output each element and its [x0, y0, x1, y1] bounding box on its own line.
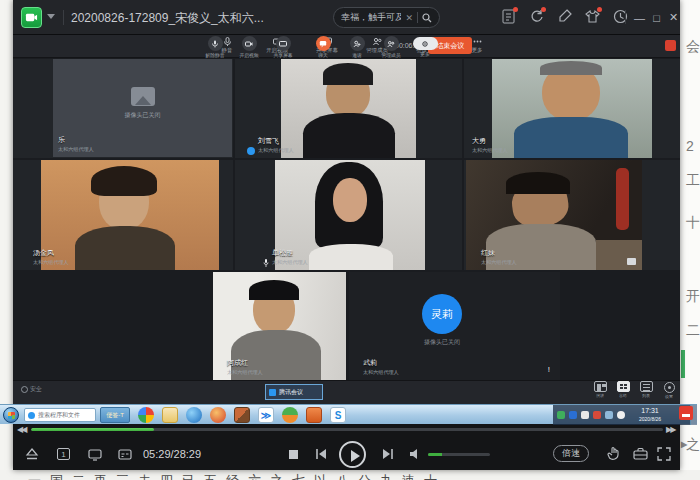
chevron-down-icon[interactable]	[47, 14, 55, 19]
chat-button[interactable]: 聊天	[307, 36, 339, 60]
security-badge[interactable]: 安全	[21, 385, 42, 394]
history-clock-icon[interactable]	[612, 8, 629, 25]
start-button[interactable]	[3, 407, 19, 423]
tray-icon[interactable]	[593, 411, 601, 419]
shelf	[596, 240, 642, 270]
gallery-view-button[interactable]: 宫格	[616, 381, 630, 399]
start-video-button[interactable]: 开启视频	[233, 36, 265, 60]
play-button[interactable]	[339, 441, 366, 468]
volume-fill	[428, 453, 442, 456]
participant-tile[interactable]: 单松雁太和六组代理人	[235, 160, 462, 270]
bg-char: 二	[686, 322, 700, 340]
skin-tshirt-icon[interactable]	[584, 8, 601, 25]
invite-button[interactable]: 邀请	[341, 36, 373, 60]
paint-icon[interactable]	[556, 8, 573, 25]
close-button[interactable]: ✕	[665, 0, 682, 35]
search-box[interactable]: 幸福，触手可及！ ✕	[333, 7, 440, 28]
titlebar-tools	[500, 8, 629, 25]
more-bottom-button[interactable]: 更多	[409, 36, 441, 59]
window-mode-button[interactable]: 1	[57, 448, 70, 460]
bg-char: 会	[686, 38, 700, 56]
bg-char: 之	[686, 436, 700, 454]
participant-tile[interactable]: 汤金凤太和六组代理人	[13, 160, 233, 270]
participant-tile[interactable]: 刘雪飞太和六组代理人	[235, 59, 462, 158]
time-display: 05:29/28:29	[143, 448, 201, 460]
shoulders	[309, 244, 393, 270]
next-button[interactable]	[381, 448, 394, 460]
participant-tile[interactable]: 红妹太和六组代理人	[464, 160, 680, 270]
taskbar-thumbnail-tooltip: 腾讯会议	[265, 384, 323, 400]
minimize-button[interactable]: —	[631, 0, 648, 35]
active-task-button[interactable]: 便签-T	[100, 407, 130, 423]
toolbox-icon[interactable]	[633, 447, 648, 461]
taskbar-app-browser-icon[interactable]	[186, 407, 202, 423]
divider	[417, 12, 418, 23]
taskbar-app-thunder-icon[interactable]: ≫	[258, 407, 274, 423]
taskbar-search-box[interactable]: 搜索程序和文件	[24, 408, 96, 422]
bg-play-glyph: ▶	[681, 440, 687, 449]
participant-video	[492, 59, 652, 158]
playback-speed-button[interactable]: 倍速	[553, 445, 589, 462]
maximize-button[interactable]: □	[648, 0, 665, 35]
notification-badge-icon[interactable]	[679, 406, 693, 420]
camera-off-icon	[627, 258, 636, 265]
taskbar-app-circle-icon[interactable]	[282, 407, 298, 423]
search-input[interactable]: 幸福，触手可及！	[341, 11, 401, 24]
fullscreen-icon[interactable]	[657, 447, 671, 461]
tv-cast-button[interactable]	[88, 448, 102, 461]
tray-icon[interactable]	[581, 411, 589, 419]
progress-bar[interactable]	[31, 428, 663, 431]
video-canvas[interactable]: 静音 开启视频 共享屏幕 管理成员	[13, 35, 680, 404]
speaker-view-button[interactable]: 演讲	[593, 381, 607, 399]
share-icon[interactable]	[528, 8, 545, 25]
tray-icon[interactable]	[617, 411, 625, 419]
taskbar-app-firefox-icon[interactable]	[210, 407, 226, 423]
notification-dot	[541, 7, 546, 12]
background-document-bottom-edge: ．一国二再三去四已五经六之七以八分九速十	[0, 470, 700, 480]
tray-icon[interactable]	[557, 411, 565, 419]
tray-icon[interactable]	[569, 411, 577, 419]
participant-tile[interactable]: 阿成红太和六组代理人	[213, 272, 346, 380]
layout-controls: 演讲 宫格 列表 设置	[593, 381, 676, 399]
settings-gear-icon[interactable]: 设置	[662, 381, 676, 399]
volume-slider[interactable]	[428, 453, 490, 456]
seek-forward-icon[interactable]: ▶▶	[666, 425, 674, 434]
app-logo-icon[interactable]	[21, 7, 42, 28]
eject-button[interactable]	[25, 448, 39, 461]
bg-char: 十	[686, 214, 700, 232]
stop-button[interactable]	[289, 450, 298, 459]
share-screen-bottom-button[interactable]: 共享屏幕	[267, 36, 299, 60]
list-view-button[interactable]: 列表	[639, 381, 653, 399]
search-icon[interactable]	[422, 13, 432, 23]
subtitle-button[interactable]	[118, 448, 132, 461]
previous-button[interactable]	[315, 448, 328, 460]
tencent-meeting-icon	[269, 389, 276, 396]
taskbar-app-chrome-icon[interactable]	[138, 407, 154, 423]
red-envelope-icon[interactable]	[665, 40, 676, 51]
notification-dot	[597, 7, 602, 12]
taskbar-app-folder-icon[interactable]	[162, 407, 178, 423]
gesture-hand-icon[interactable]	[607, 446, 621, 461]
volume-icon[interactable]	[409, 448, 422, 460]
taskbar-clock[interactable]: 17:31 2020/8/26	[630, 407, 670, 423]
taskbar-app-photos-icon[interactable]	[234, 407, 250, 423]
manage-members-button[interactable]: 管理成员	[375, 36, 407, 60]
image-placeholder-icon	[131, 87, 155, 106]
hair	[323, 63, 373, 85]
taskbar-app-s-icon[interactable]: S	[330, 407, 346, 423]
tray-icon[interactable]	[605, 411, 613, 419]
bg-char: 2	[686, 138, 694, 154]
clear-search-icon[interactable]: ✕	[405, 13, 413, 23]
system-tray	[553, 405, 697, 425]
bg-scrollbar-sliver	[681, 350, 685, 378]
participant-tile[interactable]: 摄像头已关闭 乐太和六组代理人	[13, 59, 233, 158]
participant-tile[interactable]: 大勇太和六组代理人	[464, 59, 680, 158]
mic-indicator-icon	[263, 259, 269, 267]
participant-tile[interactable]: 灵莉 摄像头已关闭 武莉太和六组代理人 !	[349, 272, 560, 380]
seek-back-icon[interactable]: ◀◀	[17, 425, 25, 434]
taskbar-app-ppt-icon[interactable]	[306, 407, 322, 423]
audio-indicator-icon	[247, 147, 255, 155]
news-icon[interactable]	[500, 8, 517, 25]
unmute-button[interactable]: 解除静音	[199, 36, 231, 60]
face-front	[333, 178, 367, 222]
